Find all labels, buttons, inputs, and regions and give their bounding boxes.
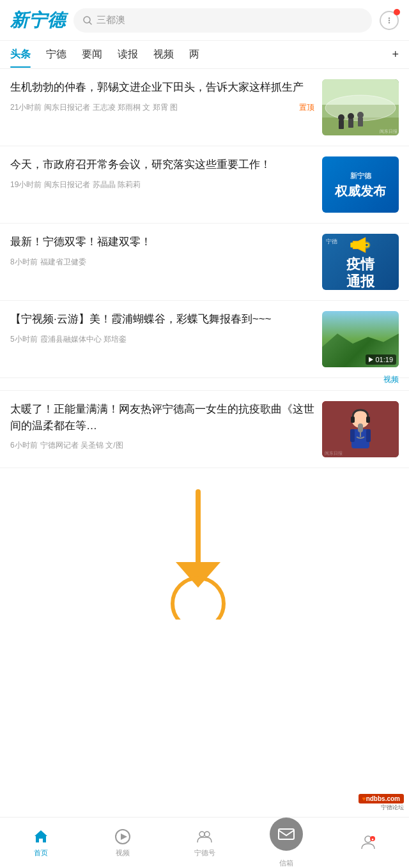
tab-ningde[interactable]: 宁德: [46, 42, 66, 68]
svg-rect-26: [366, 429, 371, 442]
svg-rect-23: [366, 416, 370, 423]
xinxiang-center-button[interactable]: [270, 818, 303, 851]
authority-logo: 新宁德: [350, 171, 371, 181]
news-item-3[interactable]: 最新！宁德双零！福建双零！ 8小时前 福建省卫健委 宁德 疫情 通报: [0, 224, 409, 301]
svg-rect-37: [279, 829, 294, 839]
news-title-5: 太暖了！正能量满满！网友热评宁德高一女生的抗疫歌曲《这世间的温柔都在等…: [10, 401, 314, 434]
bottom-nav-video[interactable]: 视频: [82, 828, 164, 858]
svg-rect-10: [339, 120, 344, 129]
ningdehao-label: 宁德号: [194, 848, 215, 858]
logo-text: 新宁德: [10, 10, 66, 30]
svg-marker-34: [121, 834, 127, 840]
svg-point-3: [389, 19, 390, 20]
news-source-1: 闽东日报记者 王志凌 郑雨桐 文 郑霄 图: [44, 102, 178, 113]
news-time-2: 19小时前: [10, 179, 42, 190]
svg-point-4: [389, 22, 390, 23]
bottom-nav-ningdehao[interactable]: 宁德号: [164, 828, 245, 858]
watermark-logo: ♥ndbbs.com: [359, 794, 404, 803]
news-source-3: 福建省卫健委: [40, 257, 86, 268]
bottom-nav-xinxiang[interactable]: 信箱: [245, 818, 327, 868]
svg-point-2: [389, 17, 390, 19]
news-item-1[interactable]: 生机勃勃的仲春，郭锡文进企业下田头，告诉大家这样抓生产 21小时前 闽东日报记者…: [0, 69, 409, 146]
svg-point-13: [357, 112, 364, 118]
tab-liang[interactable]: 两: [189, 42, 199, 68]
search-icon: [82, 15, 93, 26]
header: 新宁德 三都澳: [0, 0, 409, 41]
svg-text:闽东日报: 闽东日报: [380, 129, 397, 133]
news-meta-2: 19小时前 闽东日报记者 苏晶晶 陈莉莉: [10, 179, 314, 190]
news-thumb-2: 新宁德 权威发布: [322, 156, 399, 213]
bottom-nav-me[interactable]: ●: [327, 833, 409, 853]
epidemic-text: 疫情 通报: [346, 256, 374, 290]
epidemic-small-label: 宁德: [326, 238, 337, 246]
svg-rect-5: [322, 79, 399, 135]
news-time-5: 6小时前: [10, 440, 38, 451]
news-title-1: 生机勃勃的仲春，郭锡文进企业下田头，告诉大家这样抓生产: [10, 79, 314, 96]
xinxiang-label: 信箱: [279, 858, 293, 868]
news-thumb-3: 宁德 疫情 通报: [322, 234, 399, 290]
play-circle-icon: [114, 828, 132, 846]
news-time-1: 21小时前: [10, 102, 42, 113]
news-meta-4: 5小时前 霞浦县融媒体中心 郑培銮: [10, 334, 314, 345]
news-source-4: 霞浦县融媒体中心 郑培銮: [40, 334, 127, 345]
news-source-2: 闽东日报记者 苏晶晶 陈莉莉: [44, 179, 141, 190]
video-label: 视频: [116, 848, 130, 858]
svg-rect-22: [351, 416, 355, 423]
news-item-2[interactable]: 今天，市政府召开常务会议，研究落实这些重要工作！ 19小时前 闽东日报记者 苏晶…: [0, 146, 409, 224]
farm-image: 闽东日报: [322, 79, 399, 135]
news-meta-1: 21小时前 闽东日报记者 王志凌 郑雨桐 文 郑霄 图 置顶: [10, 102, 314, 113]
tab-shipin[interactable]: 视频: [153, 42, 174, 68]
news-title-3: 最新！宁德双零！福建双零！: [10, 234, 314, 250]
user-icon: ●: [359, 833, 377, 851]
video-duration-4: 01:19: [366, 354, 396, 365]
menu-icon: [385, 16, 394, 25]
search-bar[interactable]: 三都澳: [73, 8, 372, 33]
tab-dubao[interactable]: 读报: [118, 42, 138, 68]
tab-toutiao[interactable]: 头条: [10, 42, 31, 68]
svg-point-36: [204, 832, 210, 837]
news-list: 生机勃勃的仲春，郭锡文进企业下田头，告诉大家这样抓生产 21小时前 闽东日报记者…: [0, 69, 409, 468]
bottom-nav-home[interactable]: 首页: [0, 828, 82, 858]
home-icon: [32, 828, 50, 846]
news-content-5: 太暖了！正能量满满！网友热评宁德高一女生的抗疫歌曲《这世间的温柔都在等… 6小时…: [10, 401, 314, 451]
tab-yaowen[interactable]: 要闻: [82, 42, 102, 68]
notification-dot: [394, 9, 400, 15]
svg-point-8: [325, 95, 396, 121]
news-time-3: 8小时前: [10, 257, 38, 268]
bottom-nav: 首页 视频 宁德号 信箱: [0, 817, 409, 868]
mail-icon: [277, 825, 295, 843]
svg-point-18: [365, 243, 369, 247]
svg-rect-6: [322, 111, 399, 135]
svg-text:●: ●: [371, 837, 374, 841]
megaphone-icon: [348, 234, 373, 256]
group-icon: [196, 828, 213, 846]
news-thumb-5: 闽东日报: [322, 401, 399, 457]
bottom-watermark: ♥ndbbs.com 宁德论坛: [356, 791, 406, 814]
news-item-5[interactable]: 太暖了！正能量满满！网友热评宁德高一女生的抗疫歌曲《这世间的温柔都在等… 6小时…: [0, 391, 409, 468]
news-title-4: 【宁视频·云游】美！霞浦蝴蝶谷，彩蝶飞舞报春到~~~: [10, 311, 314, 328]
svg-rect-12: [348, 119, 353, 128]
play-icon-4: [369, 357, 373, 362]
news-meta-3: 8小时前 福建省卫健委: [10, 257, 314, 268]
news-content-3: 最新！宁德双零！福建双零！ 8小时前 福建省卫健委: [10, 234, 314, 268]
nav-tabs-more[interactable]: +: [392, 48, 399, 61]
svg-rect-27: [358, 423, 363, 432]
news-time-4: 5小时前: [10, 334, 38, 345]
news-item-4[interactable]: 【宁视频·云游】美！霞浦蝴蝶谷，彩蝶飞舞报春到~~~ 5小时前 霞浦县融媒体中心…: [0, 301, 409, 378]
news-title-2: 今天，市政府召开常务会议，研究落实这些重要工作！: [10, 156, 314, 173]
search-text: 三都澳: [96, 14, 125, 26]
authority-title: 权威发布: [335, 183, 386, 199]
singer-image: 闽东日报: [322, 401, 399, 457]
watermark-sub: 宁德论坛: [381, 803, 404, 812]
nav-tabs: 头条 宁德 要闻 读报 视频 两 +: [0, 41, 409, 69]
app-logo[interactable]: 新宁德: [10, 8, 66, 33]
news-meta-5: 6小时前 宁德网记者 吴圣锦 文/图: [10, 440, 314, 451]
svg-rect-14: [358, 118, 363, 126]
svg-point-32: [173, 578, 224, 620]
svg-point-11: [348, 113, 354, 119]
svg-point-9: [338, 114, 344, 121]
home-label: 首页: [34, 848, 48, 858]
news-thumb-4: 01:19: [322, 311, 399, 367]
svg-point-35: [199, 832, 204, 837]
svg-rect-17: [350, 243, 353, 248]
